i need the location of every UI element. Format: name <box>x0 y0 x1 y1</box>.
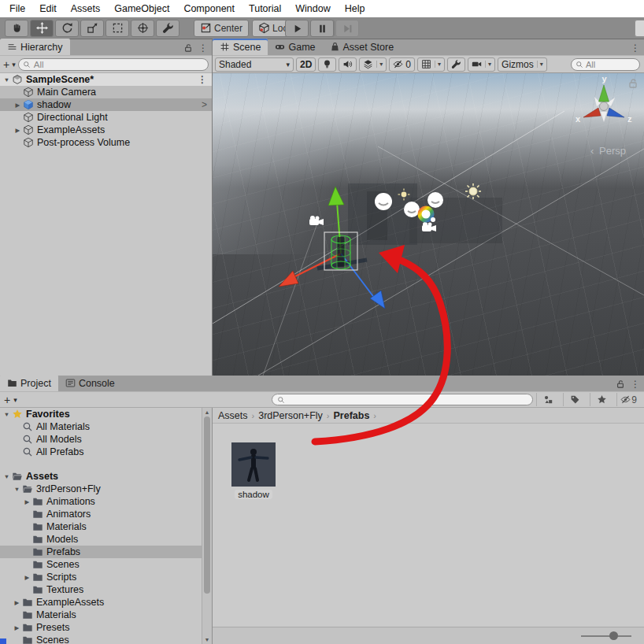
kebab-menu-icon[interactable]: ⋮ <box>631 379 640 389</box>
fold-right-icon[interactable]: ▶ <box>22 574 32 581</box>
menu-assets[interactable]: Assets <box>64 0 108 17</box>
z-axis-label[interactable]: z <box>627 114 632 124</box>
tree-item-scenes[interactable]: Scenes <box>0 634 212 644</box>
create-dropdown-icon[interactable]: ▾ <box>13 396 17 404</box>
breadcrumb-3rdperson-fly[interactable]: 3rdPerson+Fly <box>258 410 323 421</box>
kebab-menu-icon[interactable]: ⋮ <box>631 43 640 53</box>
scrollbar-thumb[interactable] <box>204 416 210 594</box>
kebab-menu-icon[interactable]: ⋮ <box>198 75 207 84</box>
menu-tutorial[interactable]: Tutorial <box>242 0 288 17</box>
tree-item-materials[interactable]: Materials <box>0 520 212 533</box>
scene-viewport[interactable]: y x z ‹ Persp <box>213 73 644 376</box>
x-axis-label[interactable]: x <box>576 114 581 124</box>
favorites-filter-button[interactable] <box>590 393 613 406</box>
create-button[interactable]: + <box>3 58 9 71</box>
tab-hierarchy[interactable]: Hierarchy <box>0 39 70 55</box>
tree-item-prefabs[interactable]: Prefabs <box>0 546 212 558</box>
menu-window[interactable]: Window <box>288 0 337 17</box>
fold-right-icon[interactable]: ▶ <box>13 127 23 134</box>
tree-item-animations[interactable]: ▶Animations <box>0 495 212 508</box>
hierarchy-row-samplescene[interactable]: ▼SampleScene*⋮ <box>0 73 212 86</box>
play-button[interactable] <box>285 20 309 37</box>
scene-audio-button[interactable] <box>339 57 357 72</box>
asset-grid[interactable]: shadow <box>213 424 644 627</box>
tab-console[interactable]: Console <box>58 375 122 391</box>
search-by-label-button[interactable] <box>563 393 587 406</box>
asset-thumbnail[interactable] <box>231 442 276 487</box>
fold-right-icon[interactable]: ▶ <box>13 102 23 109</box>
fold-down-icon[interactable]: ▼ <box>2 473 12 480</box>
tab-asset-store[interactable]: Asset Store <box>323 39 402 55</box>
2d-toggle-button[interactable]: 2D <box>296 57 316 72</box>
create-dropdown-icon[interactable]: ▾ <box>12 61 16 68</box>
create-button[interactable]: + <box>4 394 10 406</box>
camera-settings-dropdown[interactable]: ▾ <box>468 57 495 72</box>
hand-tool-button[interactable] <box>5 20 28 37</box>
lock-icon[interactable] <box>183 43 193 53</box>
hierarchy-row-main-camera[interactable]: Main Camera <box>0 86 212 98</box>
tree-item-exampleassets[interactable]: ▶ExampleAssets <box>0 596 212 609</box>
step-button[interactable] <box>335 20 359 37</box>
thumbnail-size-slider[interactable] <box>581 635 631 637</box>
effects-dropdown[interactable]: ▾ <box>359 57 387 72</box>
scene-lighting-button[interactable] <box>318 57 336 72</box>
tab-game[interactable]: Game <box>268 39 322 55</box>
custom-tools-button[interactable] <box>156 20 180 37</box>
hierarchy-row-post-process-volume[interactable]: Post-process Volume <box>0 136 212 149</box>
tree-item-scripts[interactable]: ▶Scripts <box>0 571 212 583</box>
component-tools-button[interactable] <box>447 57 465 72</box>
tree-item-all-models[interactable]: All Models <box>0 433 212 446</box>
fold-down-icon[interactable]: ▼ <box>2 76 12 83</box>
menu-edit[interactable]: Edit <box>32 0 64 17</box>
fold-down-icon[interactable]: ▼ <box>2 411 12 418</box>
y-axis-label[interactable]: y <box>602 74 608 83</box>
menu-gameobject[interactable]: GameObject <box>107 0 176 17</box>
hierarchy-search-input[interactable]: All <box>18 58 209 71</box>
tree-item-scenes[interactable]: Scenes <box>0 558 212 571</box>
fold-right-icon[interactable]: ▶ <box>12 624 22 631</box>
tree-item-favorites[interactable]: ▼Favorites <box>0 408 212 420</box>
asset-item-shadow[interactable]: shadow <box>228 442 279 501</box>
scroll-down-icon[interactable]: ▼ <box>202 637 212 642</box>
menu-component[interactable]: Component <box>176 0 242 17</box>
scroll-up-icon[interactable]: ▲ <box>202 409 212 415</box>
hierarchy-row-exampleassets[interactable]: ▶ExampleAssets <box>0 124 212 136</box>
gizmos-dropdown[interactable]: Gizmos ▾ <box>498 57 547 72</box>
menu-file[interactable]: File <box>2 0 32 17</box>
fold-right-icon[interactable]: ▶ <box>12 599 22 606</box>
project-search-input[interactable] <box>272 394 533 405</box>
fold-right-icon[interactable]: ▶ <box>22 498 32 505</box>
rotate-tool-button[interactable] <box>55 20 79 37</box>
persp-collapse-icon[interactable]: ‹ <box>590 145 594 157</box>
hierarchy-row-shadow[interactable]: ▶shadow> <box>0 98 212 111</box>
scene-search-input[interactable]: All <box>571 58 640 71</box>
tree-scrollbar[interactable]: ▲ ▼ <box>202 408 212 644</box>
draw-mode-dropdown[interactable]: Shaded ▾ <box>215 57 294 72</box>
tab-scene[interactable]: Scene <box>213 39 268 55</box>
tree-item-assets[interactable]: ▼Assets <box>0 470 212 483</box>
hidden-packages-button[interactable]: 9 <box>616 393 640 406</box>
hidden-objects-button[interactable]: 0 <box>389 57 415 72</box>
chevron-right-icon[interactable]: > <box>202 99 207 110</box>
tree-item-models[interactable]: Models <box>0 533 212 546</box>
tree-item-3rdperson-fly[interactable]: ▼3rdPerson+Fly <box>0 483 212 495</box>
search-by-type-button[interactable] <box>536 393 560 406</box>
fold-down-icon[interactable]: ▼ <box>12 486 22 493</box>
grid-visibility-dropdown[interactable]: ▾ <box>417 57 445 72</box>
move-tool-button[interactable] <box>30 20 54 37</box>
tree-item-all-materials[interactable]: All Materials <box>0 420 212 433</box>
menu-help[interactable]: Help <box>338 0 372 17</box>
tree-item-materials[interactable]: Materials <box>0 609 212 621</box>
pivot-toggle-button[interactable]: Center <box>194 20 249 37</box>
scale-tool-button[interactable] <box>80 20 104 37</box>
kebab-menu-icon[interactable]: ⋮ <box>198 43 208 53</box>
tab-project[interactable]: Project <box>0 375 58 391</box>
hierarchy-row-directional-light[interactable]: Directional Light <box>0 111 212 124</box>
tree-item-all-prefabs[interactable]: All Prefabs <box>0 446 212 458</box>
tree-item-textures[interactable]: Textures <box>0 583 212 596</box>
breadcrumb-assets[interactable]: Assets <box>218 410 248 421</box>
transform-tool-button[interactable] <box>131 20 154 37</box>
breadcrumb-prefabs[interactable]: Prefabs <box>334 410 370 421</box>
slider-knob[interactable] <box>609 631 618 640</box>
pause-button[interactable] <box>310 20 334 37</box>
